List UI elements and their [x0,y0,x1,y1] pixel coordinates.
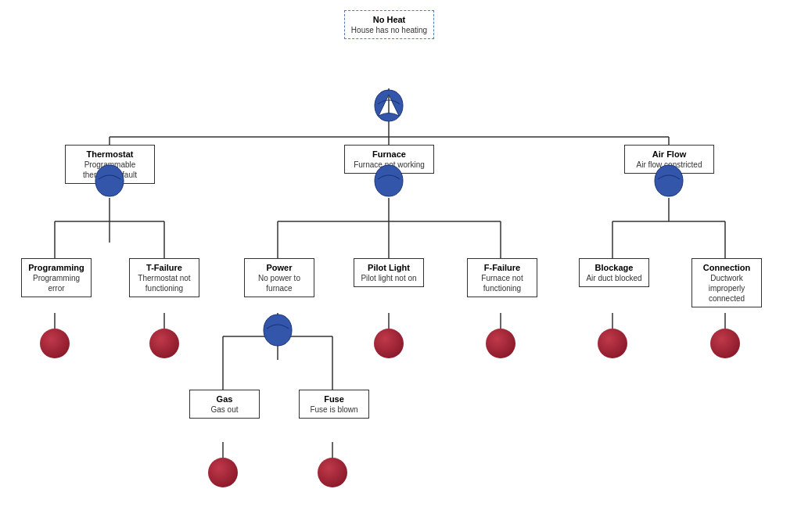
fuse-node: Fuse Fuse is blown [299,390,369,419]
airflow-gate [652,164,686,198]
power-node: Power No power to furnace [244,258,314,297]
programming-node: Programming Programming error [21,258,92,297]
blockage-node: Blockage Air duct blocked [579,258,649,287]
blockage-event [598,329,627,358]
ffailure-event [486,329,515,358]
programming-event [40,329,70,358]
ffailure-node: F-Failure Furnace not functioning [467,258,537,297]
power-gate [260,313,295,347]
gas-event [208,458,238,487]
connection-event [710,329,740,358]
root-gate [372,88,406,123]
furnace-gate [372,164,406,198]
fuse-event [318,458,347,487]
tfailure-node: T-Failure Thermostat not functioning [129,258,199,297]
gas-node: Gas Gas out [189,390,260,419]
no-heat-node: No Heat House has no heating [344,10,434,39]
fault-tree-diagram: No Heat House has no heating Thermostat … [0,0,801,532]
tfailure-event [149,329,179,358]
pilot-node: Pilot Light Pilot light not on [354,258,424,287]
connection-node: Connection Ductwork improperly connected [691,258,762,307]
thermostat-gate [92,164,127,198]
pilot-event [374,329,404,358]
